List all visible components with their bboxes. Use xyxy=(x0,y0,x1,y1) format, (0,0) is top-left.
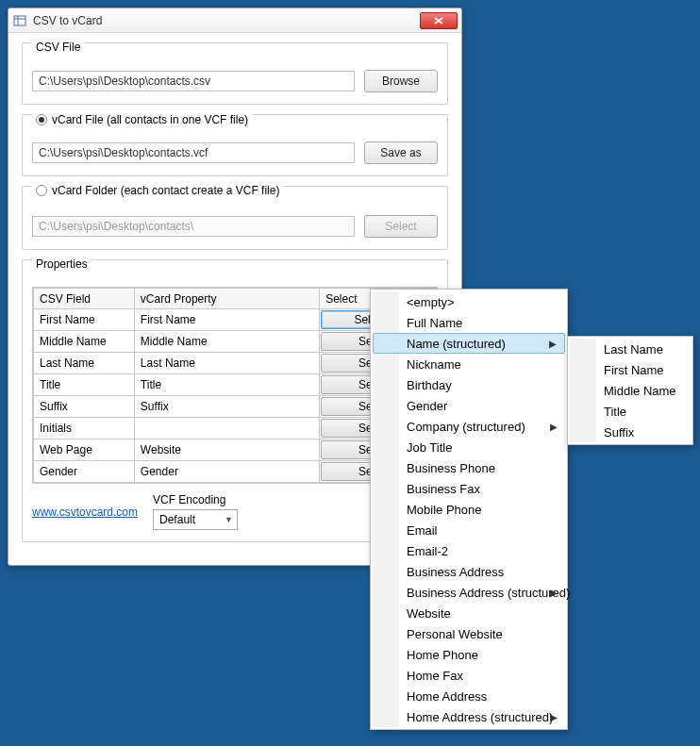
group-csv-file: CSV File Browse xyxy=(22,42,448,105)
radio-icon xyxy=(36,114,47,125)
menu-item[interactable]: Home Address (structured)▶ xyxy=(373,706,565,727)
menu-item[interactable]: Home Phone xyxy=(373,644,565,665)
table-row: Middle NameMiddle NameSele xyxy=(34,331,421,353)
vcard-property-menu: <empty>Full NameName (structured)▶Nickna… xyxy=(370,289,568,730)
csv-field-cell: Initials xyxy=(34,418,135,439)
vcard-property-cell: Suffix xyxy=(134,396,319,418)
menu-item[interactable]: Mobile Phone xyxy=(373,499,565,520)
app-icon xyxy=(12,13,27,28)
menu-item[interactable]: Email-2 xyxy=(373,540,565,561)
csv-field-cell: Suffix xyxy=(34,396,135,418)
table-row: SuffixSuffixSele xyxy=(34,396,421,418)
csv-field-cell: First Name xyxy=(34,309,135,331)
radio-vcard-folder-label: vCard Folder (each contact create a VCF … xyxy=(52,184,279,197)
vcard-property-cell: Middle Name xyxy=(134,331,319,353)
submenu-arrow-icon: ▶ xyxy=(550,712,558,722)
menu-item[interactable]: Company (structured)▶ xyxy=(373,416,565,437)
menu-item[interactable]: Birthday xyxy=(373,374,565,395)
menu-item[interactable]: Title xyxy=(570,401,691,422)
menu-item[interactable]: Last Name xyxy=(570,339,691,359)
menu-item[interactable]: Gender xyxy=(373,395,565,416)
group-vcard-folder: vCard Folder (each contact create a VCF … xyxy=(22,186,448,250)
csv-field-cell: Web Page xyxy=(34,439,135,461)
radio-vcard-file[interactable]: vCard File (all contacts in one VCF file… xyxy=(32,113,252,126)
close-button[interactable] xyxy=(420,12,458,29)
menu-item[interactable]: Website xyxy=(373,603,565,623)
submenu-arrow-icon: ▶ xyxy=(549,339,557,349)
window-title: CSV to vCard xyxy=(33,14,420,27)
submenu-arrow-icon: ▶ xyxy=(550,588,558,598)
menu-item[interactable]: Business Address (structured)▶ xyxy=(373,582,565,603)
group-vcard-file: vCard File (all contacts in one VCF file… xyxy=(22,114,448,176)
table-row: GenderGenderSele xyxy=(34,461,421,483)
vcard-property-cell: Last Name xyxy=(134,353,319,374)
encoding-dropdown[interactable]: Default ▼ xyxy=(153,509,238,530)
menu-item[interactable]: Business Fax xyxy=(373,478,565,499)
submenu-arrow-icon: ▶ xyxy=(550,422,558,432)
encoding-value: Default xyxy=(159,513,195,526)
chevron-down-icon: ▼ xyxy=(225,515,233,524)
vcard-property-cell: Website xyxy=(134,439,319,461)
menu-item[interactable]: <empty> xyxy=(373,291,565,312)
titlebar: CSV to vCard xyxy=(8,8,461,33)
vcard-property-cell: First Name xyxy=(134,309,319,331)
table-row: Web PageWebsiteSele xyxy=(34,439,421,461)
csv-field-cell: Gender xyxy=(34,461,135,483)
menu-item[interactable]: Nickname xyxy=(373,354,565,374)
browse-button[interactable]: Browse xyxy=(364,70,438,92)
menu-item[interactable]: First Name xyxy=(570,359,691,380)
menu-item[interactable]: Home Address xyxy=(373,686,565,706)
table-row: Last NameLast NameSele xyxy=(34,353,421,374)
menu-item[interactable]: Full Name xyxy=(373,312,565,333)
svg-rect-0 xyxy=(14,16,25,25)
table-row: TitleTitleSele xyxy=(34,374,421,396)
menu-item[interactable]: Personal Website xyxy=(373,623,565,644)
folder-path-input xyxy=(32,216,355,237)
menu-item[interactable]: Email xyxy=(373,520,565,540)
folder-select-button: Select xyxy=(364,215,438,238)
vcard-property-cell xyxy=(134,418,319,439)
menu-item[interactable]: Home Fax xyxy=(373,665,565,686)
menu-item[interactable]: Business Address xyxy=(373,561,565,582)
csv-field-cell: Middle Name xyxy=(34,331,135,353)
group-csv-label: CSV File xyxy=(32,41,84,54)
vcf-path-input[interactable] xyxy=(32,142,355,163)
menu-item[interactable]: Business Phone xyxy=(373,457,565,478)
site-link[interactable]: www.csvtovcard.com xyxy=(32,506,138,519)
group-properties-label: Properties xyxy=(32,257,92,271)
radio-icon xyxy=(36,185,47,196)
table-row: First NameFirst NameSelect xyxy=(34,309,421,331)
menu-item[interactable]: Job Title xyxy=(373,437,565,457)
csv-field-cell: Title xyxy=(34,374,135,396)
menu-item[interactable]: Suffix xyxy=(570,422,691,442)
name-structured-submenu: Last NameFirst NameMiddle NameTitleSuffi… xyxy=(567,336,693,445)
table-row: InitialsSele xyxy=(34,418,421,439)
menu-item[interactable]: Name (structured)▶ xyxy=(373,333,565,354)
save-as-button[interactable]: Save as xyxy=(364,141,438,164)
col-csv-header: CSV Field xyxy=(34,289,135,309)
encoding-label: VCF Encoding xyxy=(153,493,238,506)
col-vcard-header: vCard Property xyxy=(134,289,319,309)
menu-item[interactable]: Middle Name xyxy=(570,380,691,401)
vcard-property-cell: Title xyxy=(134,374,319,396)
radio-vcard-folder[interactable]: vCard Folder (each contact create a VCF … xyxy=(32,184,283,197)
properties-table: CSV Field vCard Property Select First Na… xyxy=(33,288,421,483)
radio-vcard-file-label: vCard File (all contacts in one VCF file… xyxy=(52,113,248,126)
csv-field-cell: Last Name xyxy=(34,353,135,374)
vcard-property-cell: Gender xyxy=(134,461,319,483)
csv-path-input[interactable] xyxy=(32,71,355,91)
